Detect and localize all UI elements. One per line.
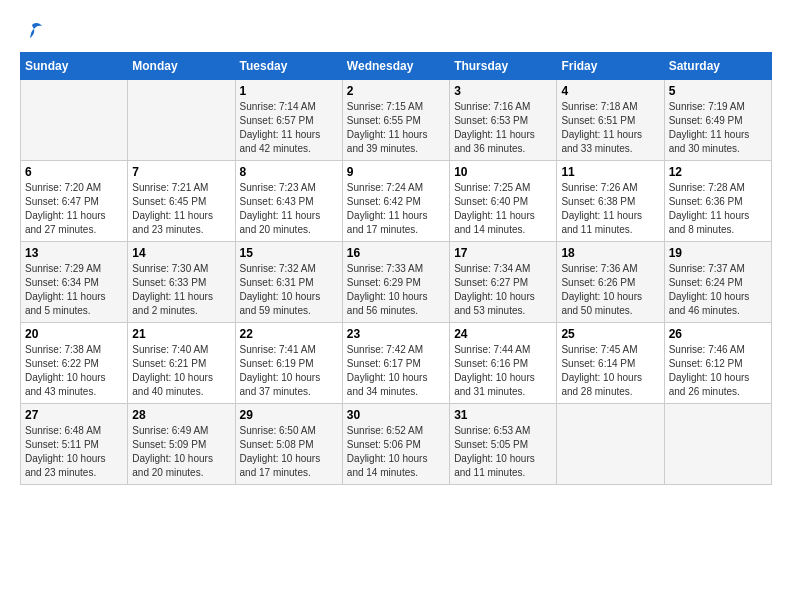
calendar-cell: 26Sunrise: 7:46 AM Sunset: 6:12 PM Dayli… <box>664 323 771 404</box>
calendar-cell: 9Sunrise: 7:24 AM Sunset: 6:42 PM Daylig… <box>342 161 449 242</box>
calendar-cell: 5Sunrise: 7:19 AM Sunset: 6:49 PM Daylig… <box>664 80 771 161</box>
day-number: 17 <box>454 246 552 260</box>
calendar-table: SundayMondayTuesdayWednesdayThursdayFrid… <box>20 52 772 485</box>
day-number: 13 <box>25 246 123 260</box>
day-info: Sunrise: 6:50 AM Sunset: 5:08 PM Dayligh… <box>240 424 338 480</box>
day-info: Sunrise: 7:26 AM Sunset: 6:38 PM Dayligh… <box>561 181 659 237</box>
day-number: 11 <box>561 165 659 179</box>
calendar-cell: 18Sunrise: 7:36 AM Sunset: 6:26 PM Dayli… <box>557 242 664 323</box>
calendar-week-5: 27Sunrise: 6:48 AM Sunset: 5:11 PM Dayli… <box>21 404 772 485</box>
day-info: Sunrise: 7:18 AM Sunset: 6:51 PM Dayligh… <box>561 100 659 156</box>
day-info: Sunrise: 7:45 AM Sunset: 6:14 PM Dayligh… <box>561 343 659 399</box>
calendar-cell: 27Sunrise: 6:48 AM Sunset: 5:11 PM Dayli… <box>21 404 128 485</box>
day-number: 14 <box>132 246 230 260</box>
weekday-header-row: SundayMondayTuesdayWednesdayThursdayFrid… <box>21 53 772 80</box>
weekday-header-sunday: Sunday <box>21 53 128 80</box>
day-info: Sunrise: 7:40 AM Sunset: 6:21 PM Dayligh… <box>132 343 230 399</box>
calendar-cell: 11Sunrise: 7:26 AM Sunset: 6:38 PM Dayli… <box>557 161 664 242</box>
day-number: 3 <box>454 84 552 98</box>
calendar-cell: 7Sunrise: 7:21 AM Sunset: 6:45 PM Daylig… <box>128 161 235 242</box>
calendar-cell: 6Sunrise: 7:20 AM Sunset: 6:47 PM Daylig… <box>21 161 128 242</box>
header <box>20 20 772 42</box>
day-number: 27 <box>25 408 123 422</box>
day-number: 29 <box>240 408 338 422</box>
day-info: Sunrise: 7:41 AM Sunset: 6:19 PM Dayligh… <box>240 343 338 399</box>
day-number: 20 <box>25 327 123 341</box>
calendar-cell <box>557 404 664 485</box>
calendar-cell: 25Sunrise: 7:45 AM Sunset: 6:14 PM Dayli… <box>557 323 664 404</box>
weekday-header-saturday: Saturday <box>664 53 771 80</box>
calendar-cell: 1Sunrise: 7:14 AM Sunset: 6:57 PM Daylig… <box>235 80 342 161</box>
calendar-week-4: 20Sunrise: 7:38 AM Sunset: 6:22 PM Dayli… <box>21 323 772 404</box>
day-info: Sunrise: 7:19 AM Sunset: 6:49 PM Dayligh… <box>669 100 767 156</box>
weekday-header-tuesday: Tuesday <box>235 53 342 80</box>
day-info: Sunrise: 6:48 AM Sunset: 5:11 PM Dayligh… <box>25 424 123 480</box>
calendar-cell <box>21 80 128 161</box>
day-number: 31 <box>454 408 552 422</box>
weekday-header-friday: Friday <box>557 53 664 80</box>
day-info: Sunrise: 6:52 AM Sunset: 5:06 PM Dayligh… <box>347 424 445 480</box>
day-number: 12 <box>669 165 767 179</box>
day-number: 22 <box>240 327 338 341</box>
calendar-cell: 23Sunrise: 7:42 AM Sunset: 6:17 PM Dayli… <box>342 323 449 404</box>
calendar-cell: 20Sunrise: 7:38 AM Sunset: 6:22 PM Dayli… <box>21 323 128 404</box>
day-info: Sunrise: 7:44 AM Sunset: 6:16 PM Dayligh… <box>454 343 552 399</box>
day-number: 2 <box>347 84 445 98</box>
day-info: Sunrise: 6:53 AM Sunset: 5:05 PM Dayligh… <box>454 424 552 480</box>
calendar-cell: 4Sunrise: 7:18 AM Sunset: 6:51 PM Daylig… <box>557 80 664 161</box>
day-info: Sunrise: 7:14 AM Sunset: 6:57 PM Dayligh… <box>240 100 338 156</box>
calendar-cell <box>664 404 771 485</box>
day-info: Sunrise: 7:30 AM Sunset: 6:33 PM Dayligh… <box>132 262 230 318</box>
day-info: Sunrise: 7:38 AM Sunset: 6:22 PM Dayligh… <box>25 343 123 399</box>
weekday-header-thursday: Thursday <box>450 53 557 80</box>
logo <box>20 20 44 42</box>
day-info: Sunrise: 7:28 AM Sunset: 6:36 PM Dayligh… <box>669 181 767 237</box>
day-info: Sunrise: 7:34 AM Sunset: 6:27 PM Dayligh… <box>454 262 552 318</box>
day-info: Sunrise: 7:16 AM Sunset: 6:53 PM Dayligh… <box>454 100 552 156</box>
calendar-week-1: 1Sunrise: 7:14 AM Sunset: 6:57 PM Daylig… <box>21 80 772 161</box>
day-number: 23 <box>347 327 445 341</box>
calendar-week-2: 6Sunrise: 7:20 AM Sunset: 6:47 PM Daylig… <box>21 161 772 242</box>
day-number: 16 <box>347 246 445 260</box>
calendar-cell: 28Sunrise: 6:49 AM Sunset: 5:09 PM Dayli… <box>128 404 235 485</box>
calendar-week-3: 13Sunrise: 7:29 AM Sunset: 6:34 PM Dayli… <box>21 242 772 323</box>
day-info: Sunrise: 7:23 AM Sunset: 6:43 PM Dayligh… <box>240 181 338 237</box>
day-number: 8 <box>240 165 338 179</box>
weekday-header-wednesday: Wednesday <box>342 53 449 80</box>
calendar-cell <box>128 80 235 161</box>
day-info: Sunrise: 7:42 AM Sunset: 6:17 PM Dayligh… <box>347 343 445 399</box>
calendar-cell: 17Sunrise: 7:34 AM Sunset: 6:27 PM Dayli… <box>450 242 557 323</box>
calendar-cell: 3Sunrise: 7:16 AM Sunset: 6:53 PM Daylig… <box>450 80 557 161</box>
day-number: 9 <box>347 165 445 179</box>
day-number: 21 <box>132 327 230 341</box>
day-info: Sunrise: 7:15 AM Sunset: 6:55 PM Dayligh… <box>347 100 445 156</box>
weekday-header-monday: Monday <box>128 53 235 80</box>
calendar-cell: 10Sunrise: 7:25 AM Sunset: 6:40 PM Dayli… <box>450 161 557 242</box>
calendar-cell: 15Sunrise: 7:32 AM Sunset: 6:31 PM Dayli… <box>235 242 342 323</box>
day-info: Sunrise: 7:36 AM Sunset: 6:26 PM Dayligh… <box>561 262 659 318</box>
day-info: Sunrise: 7:46 AM Sunset: 6:12 PM Dayligh… <box>669 343 767 399</box>
calendar-cell: 14Sunrise: 7:30 AM Sunset: 6:33 PM Dayli… <box>128 242 235 323</box>
calendar-cell: 19Sunrise: 7:37 AM Sunset: 6:24 PM Dayli… <box>664 242 771 323</box>
day-number: 15 <box>240 246 338 260</box>
day-info: Sunrise: 7:33 AM Sunset: 6:29 PM Dayligh… <box>347 262 445 318</box>
day-number: 6 <box>25 165 123 179</box>
calendar-cell: 12Sunrise: 7:28 AM Sunset: 6:36 PM Dayli… <box>664 161 771 242</box>
day-number: 19 <box>669 246 767 260</box>
calendar-cell: 31Sunrise: 6:53 AM Sunset: 5:05 PM Dayli… <box>450 404 557 485</box>
calendar-cell: 8Sunrise: 7:23 AM Sunset: 6:43 PM Daylig… <box>235 161 342 242</box>
day-number: 10 <box>454 165 552 179</box>
day-number: 7 <box>132 165 230 179</box>
calendar-cell: 30Sunrise: 6:52 AM Sunset: 5:06 PM Dayli… <box>342 404 449 485</box>
day-number: 18 <box>561 246 659 260</box>
day-info: Sunrise: 7:24 AM Sunset: 6:42 PM Dayligh… <box>347 181 445 237</box>
day-info: Sunrise: 7:32 AM Sunset: 6:31 PM Dayligh… <box>240 262 338 318</box>
calendar-cell: 24Sunrise: 7:44 AM Sunset: 6:16 PM Dayli… <box>450 323 557 404</box>
day-info: Sunrise: 7:20 AM Sunset: 6:47 PM Dayligh… <box>25 181 123 237</box>
day-info: Sunrise: 7:29 AM Sunset: 6:34 PM Dayligh… <box>25 262 123 318</box>
calendar-cell: 16Sunrise: 7:33 AM Sunset: 6:29 PM Dayli… <box>342 242 449 323</box>
day-number: 25 <box>561 327 659 341</box>
day-info: Sunrise: 7:25 AM Sunset: 6:40 PM Dayligh… <box>454 181 552 237</box>
day-number: 5 <box>669 84 767 98</box>
day-number: 30 <box>347 408 445 422</box>
